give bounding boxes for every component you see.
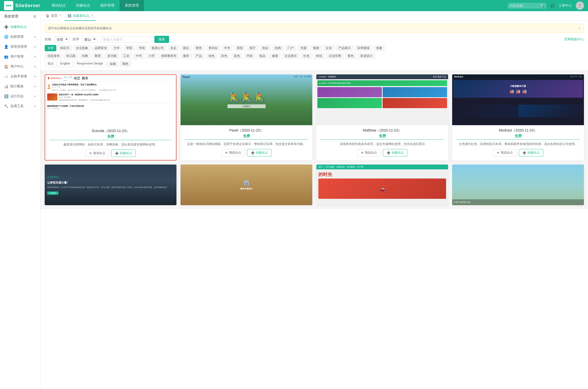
sidebar-item-stats[interactable]: 📊 统计图表 ▼ xyxy=(0,82,40,91)
tag-topic[interactable]: 专题 xyxy=(298,45,309,51)
sidebar-item-user-center[interactable]: 🏠 用户中心 ▼ xyxy=(0,62,40,72)
zosimos-more-btn[interactable]: 了解更多 xyxy=(47,191,58,195)
preview-pavel-btn[interactable]: 👁 预览站点 xyxy=(221,149,245,156)
tag-association[interactable]: 协会 xyxy=(259,45,271,51)
filter-search-input[interactable] xyxy=(101,36,151,43)
create-medraut-btn[interactable]: ➕ 创建站点 xyxy=(519,149,543,156)
tag-responsive-design[interactable]: Responsive Design xyxy=(74,61,106,67)
tag-red[interactable]: 红色 xyxy=(301,53,312,59)
search-button[interactable]: 搜索 xyxy=(154,36,169,43)
tag-secondary[interactable]: 中专 xyxy=(221,45,233,51)
tag-institution[interactable]: 机构 xyxy=(272,45,284,51)
tag-law-firm[interactable]: 律师事务所 xyxy=(158,53,179,59)
tab-create-close[interactable]: ✕ xyxy=(91,14,93,17)
template-card-medraut[interactable]: Medraut 首页 关于 方案 大数据解决方案 🏭 🏭 xyxy=(452,74,584,160)
tag-orange[interactable]: 橙色 xyxy=(193,45,205,51)
sidebar-item-cloud[interactable]: ☁️ 云助手管理 ▼ xyxy=(0,72,40,82)
nav-switch-site[interactable]: 切换站点 xyxy=(71,0,95,11)
tab-create-new-site[interactable]: ℹ️ 创建新站点 ✕ xyxy=(64,11,96,21)
tag-news[interactable]: 资讯站 xyxy=(206,45,220,51)
work-center-label[interactable]: 工单中心 xyxy=(559,3,572,8)
nav-system[interactable]: 系统管理 xyxy=(120,0,144,11)
price-select[interactable]: 全部 免费 收费 xyxy=(54,36,70,43)
tag-product-show[interactable]: 产品展示 xyxy=(336,45,353,51)
tag-product[interactable]: 产品 xyxy=(193,53,205,59)
tag-group[interactable]: 集团 xyxy=(310,45,322,51)
sidebar-item-runlog[interactable]: ℹ️ 运行日志 ▼ xyxy=(0,91,40,101)
tab-home[interactable]: 🏠 首页 ✕ xyxy=(43,11,64,21)
tag-brand[interactable]: 品牌宣传 xyxy=(92,45,110,51)
tag-yellow[interactable]: 黄色 xyxy=(345,53,356,59)
create-scevola-btn[interactable]: ➕ 创建站点 xyxy=(111,150,136,157)
search-icon[interactable]: 🔍 xyxy=(540,4,544,8)
filter-info-close[interactable]: ✕ xyxy=(578,27,581,30)
tag-finance[interactable]: 金融 xyxy=(107,61,119,67)
template-card-zosimos[interactable]: Zosimos 让梦想充满力量! 梦想是我能我们一生行的不可理遏词的精神力量！把… xyxy=(45,165,176,205)
tag-preschool[interactable]: 幼教 xyxy=(79,53,91,59)
tag-hospital[interactable]: 医院 xyxy=(234,45,246,51)
tag-english[interactable]: English xyxy=(57,61,73,67)
sidebar-item-create-site[interactable]: ➕ 创建新站点 xyxy=(0,22,40,32)
template-card-matthew[interactable]: e-Health · 专题网站 首页 新闻 产品 e-Health：技术和应用的… xyxy=(316,74,448,160)
tag-green[interactable]: 绿色 xyxy=(206,53,217,59)
template-card-pavel[interactable]: 🚴🚴🚴 山地骑行 Pavel 首页 产品 关于我们 xyxy=(181,74,312,160)
nav-plugins[interactable]: 插件管理 xyxy=(95,0,120,11)
tag-kindergarten[interactable]: 幼儿园 xyxy=(63,53,78,59)
preview-scevola-btn[interactable]: 👁 预览站点 xyxy=(85,150,109,157)
tag-state-enterprise[interactable]: 国企 xyxy=(180,45,192,51)
tag-corp-show[interactable]: 企业展示 xyxy=(282,53,300,59)
tag-gray[interactable]: 灰色 xyxy=(218,53,230,59)
tag-industry[interactable]: 工业 xyxy=(120,53,132,59)
preview-medraut-btn[interactable]: 👁 预览站点 xyxy=(493,149,517,156)
tag-central-enterprise[interactable]: 央企 xyxy=(168,45,179,51)
tag-corp[interactable]: 企业 xyxy=(323,45,335,51)
tag-education[interactable]: 教育 xyxy=(92,53,104,59)
tag-party[interactable]: 党建 xyxy=(373,45,385,51)
sidebar-item-admin[interactable]: 👤 管理员管理 ▼ xyxy=(0,42,40,52)
template-card-golden[interactable]: 🏛️ 豪华内饰设计 xyxy=(181,165,312,205)
tag-university[interactable]: 大学 xyxy=(111,45,122,51)
template-card-resort[interactable]: 长城下的星望小镇 xyxy=(452,165,584,205)
create-matthew-btn[interactable]: ➕ 创建站点 xyxy=(383,149,407,156)
tag-enterprise[interactable]: 企业形象 xyxy=(73,45,91,51)
tag-college[interactable]: 学院 xyxy=(123,45,135,51)
tag-multi-function[interactable]: 多功能 xyxy=(105,53,119,59)
official-template-link[interactable]: 官网模板中心 xyxy=(564,37,584,42)
tag-simple[interactable]: 简洁 xyxy=(45,61,56,67)
tab-home-close[interactable]: ✕ xyxy=(59,14,61,17)
tag-middle-school[interactable]: 中学 xyxy=(133,53,145,59)
tag-brown[interactable]: 褐色 xyxy=(120,61,131,67)
create-pavel-btn[interactable]: ➕ 创建站点 xyxy=(247,149,272,156)
tag-portal[interactable]: 门户 xyxy=(285,45,297,51)
template-info-matthew: Matthew（2020-11-23） 免费 实现简单的列表及内容页，适合专题网… xyxy=(316,125,448,159)
tag-decoration[interactable]: 装潢设计 xyxy=(357,53,375,59)
tag-medical[interactable]: 医疗 xyxy=(247,45,258,51)
tag-school[interactable]: 学校 xyxy=(136,45,148,51)
tag-service[interactable]: 服务 xyxy=(180,53,192,59)
sidebar-item-user-mgmt[interactable]: 👥 用户管理 ▼ xyxy=(0,52,40,62)
search-input[interactable] xyxy=(510,4,540,8)
tag-group-company[interactable]: 集团公司 xyxy=(149,45,167,51)
tag-app-area[interactable]: 应用领域 xyxy=(354,45,372,51)
tag-tech[interactable]: 科技 xyxy=(313,53,325,59)
tag-responsive[interactable]: 响应式 xyxy=(57,45,72,51)
tag-primary-school[interactable]: 小学 xyxy=(146,53,157,59)
nav-test-site[interactable]: 测试站点 xyxy=(46,0,71,11)
tag-official-site[interactable]: 企业官网 xyxy=(326,53,344,59)
preview-matthew-btn[interactable]: 👁 预览站点 xyxy=(357,149,381,156)
price-label: 价格 xyxy=(45,37,51,42)
tag-blue[interactable]: 蓝色 xyxy=(231,53,243,59)
sidebar-item-site-group[interactable]: 🌐 站群管理 ▼ xyxy=(0,32,40,42)
tag-all[interactable]: 全部 xyxy=(45,45,56,51)
tag-health[interactable]: 健康 xyxy=(269,53,281,59)
sort-select[interactable]: 默认 最新 最热 xyxy=(82,36,97,43)
template-card-scevola[interactable]: 🏺 SCEVALA 首页 干货 动态 服务 1 xyxy=(45,74,176,160)
sidebar-menu-icon[interactable]: ☰ xyxy=(33,15,36,19)
template-card-moment[interactable]: 首页 产品与服务 新闻动态 成功案例 关于我... 的时光 🚗 xyxy=(316,165,448,205)
tag-food[interactable]: 食品 xyxy=(256,53,268,59)
tag-info-publish[interactable]: 信息发布 xyxy=(45,53,62,59)
scevola-date: 09.04 · 干货 xyxy=(47,86,174,88)
sidebar-item-tools[interactable]: 🔧 实用工具 ▼ xyxy=(0,101,40,111)
avatar[interactable] xyxy=(576,2,584,10)
tag-eco[interactable]: 环保 xyxy=(244,53,255,59)
